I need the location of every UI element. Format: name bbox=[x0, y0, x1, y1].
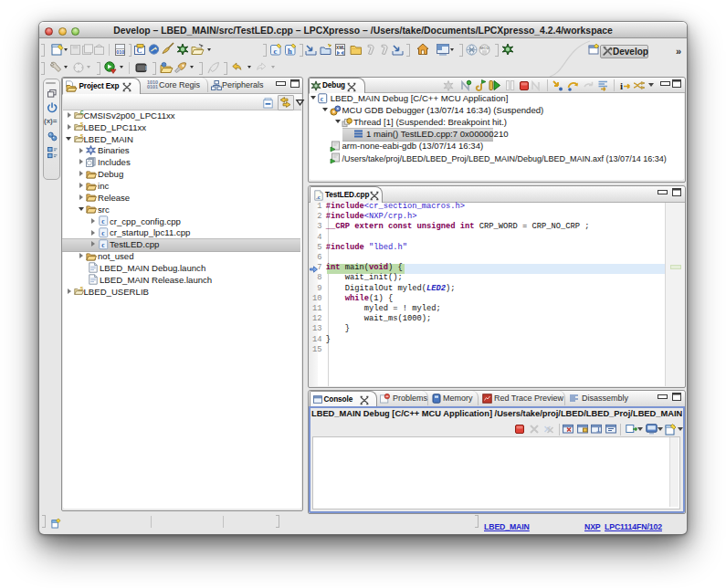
svg-text:h: h bbox=[288, 47, 292, 56]
svg-text:XML: XML bbox=[336, 46, 345, 50]
svg-text:C: C bbox=[136, 47, 142, 55]
svg-text:010: 010 bbox=[116, 49, 124, 55]
svg-text:i: i bbox=[620, 80, 623, 91]
svg-text:MCU: MCU bbox=[480, 46, 489, 50]
svg-text:.c: .c bbox=[316, 193, 321, 200]
svg-text:c: c bbox=[273, 47, 277, 56]
svg-text:c: c bbox=[321, 94, 324, 102]
